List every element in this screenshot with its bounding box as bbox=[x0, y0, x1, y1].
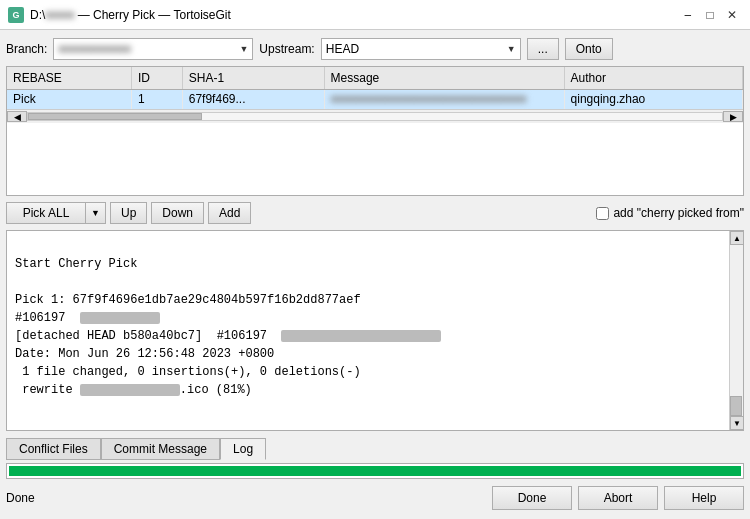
upstream-combo[interactable]: HEAD ▼ bbox=[321, 38, 521, 60]
add-button[interactable]: Add bbox=[208, 202, 251, 224]
tab-conflict-files[interactable]: Conflict Files bbox=[6, 438, 101, 460]
scroll-thumb-v[interactable] bbox=[730, 396, 742, 416]
commit-table-container: REBASE ID SHA-1 Message Author Pick 1 67… bbox=[6, 66, 744, 196]
scroll-track-v bbox=[730, 245, 743, 416]
toolbar-row: Pick ALL ▼ Up Down Add add "cherry picke… bbox=[6, 200, 744, 226]
col-sha1: SHA-1 bbox=[182, 67, 324, 89]
maximize-button[interactable]: □ bbox=[700, 5, 720, 25]
h-scrollbar[interactable]: ◀ ▶ bbox=[7, 109, 743, 123]
tab-commit-message[interactable]: Commit Message bbox=[101, 438, 220, 460]
progress-container bbox=[6, 463, 744, 479]
cell-id: 1 bbox=[131, 89, 182, 109]
status-text: Done bbox=[6, 491, 486, 505]
log-line-4: Date: Mon Jun 26 12:56:48 2023 +0800 bbox=[15, 347, 274, 361]
col-rebase: REBASE bbox=[7, 67, 131, 89]
scroll-thumb-h[interactable] bbox=[28, 113, 202, 120]
col-id: ID bbox=[131, 67, 182, 89]
commit-table: REBASE ID SHA-1 Message Author Pick 1 67… bbox=[7, 67, 743, 109]
col-message: Message bbox=[324, 67, 564, 89]
log-container: Start Cherry Pick Pick 1: 67f9f4696e1db7… bbox=[6, 230, 744, 431]
branch-combo[interactable]: ■■■■■■■■■■ ▼ bbox=[53, 38, 253, 60]
minimize-button[interactable]: ‒ bbox=[678, 5, 698, 25]
tab-log[interactable]: Log bbox=[220, 438, 266, 460]
help-button[interactable]: Help bbox=[664, 486, 744, 510]
log-line-6: rewrite .ico (81%) bbox=[15, 383, 252, 397]
progress-bar bbox=[9, 466, 741, 476]
close-button[interactable]: ✕ bbox=[722, 5, 742, 25]
cherry-picked-option: add "cherry picked from" bbox=[596, 206, 744, 220]
tabs-row: Conflict Files Commit Message Log bbox=[6, 435, 744, 459]
scroll-up-btn[interactable]: ▲ bbox=[730, 231, 744, 245]
down-button[interactable]: Down bbox=[151, 202, 204, 224]
pick-all-dropdown[interactable]: ▼ bbox=[86, 202, 106, 224]
log-line-3: [detached HEAD b580a40bc7] #106197 bbox=[15, 329, 441, 343]
branch-combo-arrow: ▼ bbox=[239, 44, 248, 54]
main-window: Branch: ■■■■■■■■■■ ▼ Upstream: HEAD ▼ ..… bbox=[0, 30, 750, 519]
cherry-picked-label: add "cherry picked from" bbox=[613, 206, 744, 220]
cell-author: qingqing.zhao bbox=[564, 89, 742, 109]
log-title: Start Cherry Pick bbox=[15, 257, 137, 271]
app-icon: G bbox=[8, 7, 24, 23]
title-bar: G D:\■■■■ — Cherry Pick — TortoiseGit ‒ … bbox=[0, 0, 750, 30]
log-content: Start Cherry Pick Pick 1: 67f9f4696e1db7… bbox=[7, 231, 743, 430]
scroll-track-h bbox=[27, 112, 723, 121]
abort-button[interactable]: Abort bbox=[578, 486, 658, 510]
cherry-picked-checkbox[interactable] bbox=[596, 207, 609, 220]
upstream-label: Upstream: bbox=[259, 42, 314, 56]
bottom-row: Done Done Abort Help bbox=[6, 483, 744, 513]
pick-all-button[interactable]: Pick ALL bbox=[6, 202, 86, 224]
window-title: D:\■■■■ — Cherry Pick — TortoiseGit bbox=[30, 8, 231, 22]
table-row[interactable]: Pick 1 67f9f469... ■■■■■■■■■■■■■■■■■■■■■… bbox=[7, 89, 743, 109]
branch-label: Branch: bbox=[6, 42, 47, 56]
dots-button[interactable]: ... bbox=[527, 38, 559, 60]
log-line-1: Pick 1: 67f9f4696e1db7ae29c4804b597f16b2… bbox=[15, 293, 361, 307]
scroll-down-btn[interactable]: ▼ bbox=[730, 416, 744, 430]
up-button[interactable]: Up bbox=[110, 202, 147, 224]
cell-message: ■■■■■■■■■■■■■■■■■■■■■■■■■■■ bbox=[324, 89, 564, 109]
v-scrollbar[interactable]: ▲ ▼ bbox=[729, 231, 743, 430]
log-line-5: 1 file changed, 0 insertions(+), 0 delet… bbox=[15, 365, 361, 379]
onto-button[interactable]: Onto bbox=[565, 38, 613, 60]
done-button[interactable]: Done bbox=[492, 486, 572, 510]
scroll-left-btn[interactable]: ◀ bbox=[7, 111, 27, 122]
branch-row: Branch: ■■■■■■■■■■ ▼ Upstream: HEAD ▼ ..… bbox=[6, 36, 744, 62]
cell-sha1: 67f9f469... bbox=[182, 89, 324, 109]
log-line-2: #106197 bbox=[15, 311, 160, 325]
window-controls: ‒ □ ✕ bbox=[678, 5, 742, 25]
pick-all-group: Pick ALL ▼ bbox=[6, 202, 106, 224]
upstream-combo-arrow: ▼ bbox=[507, 44, 516, 54]
col-author: Author bbox=[564, 67, 742, 89]
scroll-right-btn[interactable]: ▶ bbox=[723, 111, 743, 122]
cell-rebase: Pick bbox=[7, 89, 131, 109]
